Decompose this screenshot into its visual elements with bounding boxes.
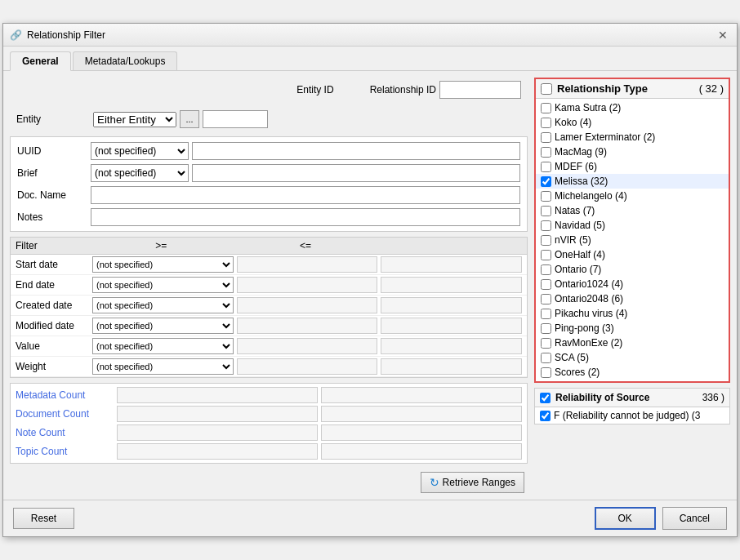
rtype-label-2: Lamer Exterminator (2)	[555, 131, 655, 143]
filter-modifieddate-lte[interactable]	[381, 318, 522, 334]
docname-input[interactable]	[91, 186, 520, 204]
cancel-button[interactable]: Cancel	[662, 507, 727, 530]
filter-modifieddate-dropdown[interactable]: (not specified)	[92, 318, 234, 334]
relationship-type-master-checkbox[interactable]	[541, 83, 552, 95]
rtype-checkbox-14[interactable]	[541, 309, 551, 319]
rtype-checkbox-18[interactable]	[541, 367, 551, 378]
rtype-label-6: Michelangelo (4)	[555, 190, 627, 202]
document-count-lte[interactable]	[321, 406, 522, 422]
filter-enddate-gte[interactable]	[237, 277, 378, 293]
bottom-right-buttons: OK Cancel	[595, 507, 727, 530]
rtype-label-9: nVIR (5)	[555, 234, 591, 246]
topic-count-label: Topic Count	[16, 446, 114, 457]
entity-browse-button[interactable]: ...	[180, 110, 199, 128]
brief-dropdown[interactable]: (not specified)	[91, 164, 189, 182]
rtype-checkbox-9[interactable]	[541, 235, 551, 246]
filter-weight-row: Weight (not specified)	[11, 357, 527, 377]
fields-group: UUID (not specified) Brief (not specifie…	[10, 136, 528, 232]
relationship-type-title: Relationship Type	[557, 82, 694, 95]
document-count-label: Document Count	[16, 408, 114, 420]
filter-value-label: Value	[16, 340, 89, 352]
uuid-dropdown[interactable]: (not specified)	[91, 142, 189, 160]
filter-weight-dropdown[interactable]: (not specified)	[92, 358, 234, 375]
close-button[interactable]: ✕	[715, 28, 730, 42]
list-item: MacMag (9)	[536, 144, 729, 159]
filter-value-lte[interactable]	[381, 338, 522, 354]
list-item: Ontario (7)	[536, 262, 729, 277]
filter-value-gte[interactable]	[237, 338, 378, 354]
relationship-type-header: Relationship Type ( 32 )	[536, 79, 729, 99]
filter-startdate-lte[interactable]	[381, 256, 522, 273]
list-item: Pikachu virus (4)	[536, 306, 729, 321]
list-item: Navidad (5)	[536, 218, 729, 233]
rtype-checkbox-10[interactable]	[541, 250, 551, 260]
counts-section: Metadata Count Document Count Note Count…	[10, 383, 528, 464]
reliability-checkbox-0[interactable]	[540, 411, 551, 421]
rtype-checkbox-0[interactable]	[541, 103, 551, 113]
topic-count-gte[interactable]	[117, 443, 318, 460]
metadata-count-gte[interactable]	[117, 387, 318, 403]
rtype-checkbox-11[interactable]	[541, 264, 551, 275]
filter-weight-lte[interactable]	[381, 358, 522, 375]
rtype-checkbox-17[interactable]	[541, 353, 551, 363]
rtype-checkbox-15[interactable]	[541, 323, 551, 334]
document-count-gte[interactable]	[117, 406, 318, 422]
rtype-label-18: Scores (2)	[555, 367, 600, 378]
filter-createddate-gte[interactable]	[237, 297, 378, 313]
rtype-checkbox-8[interactable]	[541, 220, 551, 231]
retrieve-icon: ↻	[430, 476, 439, 489]
rtype-checkbox-7[interactable]	[541, 206, 551, 216]
entity-id-label: Entity ID	[296, 84, 333, 96]
list-item: Michelangelo (4)	[536, 189, 729, 203]
filter-value-row: Value (not specified)	[11, 336, 527, 357]
id-header-row: Entity ID Relationship ID	[10, 78, 528, 102]
right-panel: Relationship Type ( 32 ) Kama Sutra (2) …	[534, 78, 730, 493]
rtype-checkbox-16[interactable]	[541, 338, 551, 349]
ok-button[interactable]: OK	[595, 507, 656, 530]
tab-general[interactable]: General	[10, 51, 71, 71]
filter-enddate-dropdown[interactable]: (not specified)	[92, 277, 234, 293]
rtype-label-16: RavMonExe (2)	[555, 337, 622, 349]
reliability-master-checkbox[interactable]	[540, 393, 551, 403]
left-panel: Entity ID Relationship ID Entity Either …	[10, 78, 528, 493]
uuid-input[interactable]	[192, 142, 520, 160]
filter-createddate-dropdown[interactable]: (not specified)	[92, 297, 234, 313]
topic-count-lte[interactable]	[321, 443, 522, 460]
notes-input[interactable]	[91, 208, 520, 226]
rtype-checkbox-2[interactable]	[541, 132, 551, 143]
relationship-type-count: ( 32 )	[699, 82, 724, 95]
note-count-gte[interactable]	[117, 424, 318, 441]
rtype-checkbox-5[interactable]	[541, 176, 551, 187]
retrieve-ranges-button[interactable]: ↻ Retrieve Ranges	[421, 472, 524, 493]
filter-modifieddate-label: Modified date	[16, 320, 89, 331]
filter-startdate-row: Start date (not specified)	[11, 255, 527, 275]
filter-weight-gte[interactable]	[237, 358, 378, 375]
tab-metadata[interactable]: Metadata/Lookups	[73, 51, 178, 70]
filter-enddate-lte[interactable]	[381, 277, 522, 293]
note-count-lte[interactable]	[321, 424, 522, 441]
rtype-checkbox-3[interactable]	[541, 147, 551, 158]
rtype-checkbox-1[interactable]	[541, 118, 551, 128]
entity-id-input[interactable]	[203, 110, 268, 128]
filter-modifieddate-gte[interactable]	[237, 318, 378, 334]
window-icon: 🔗	[10, 29, 22, 41]
reset-button[interactable]: Reset	[13, 508, 74, 529]
entity-id-area: Entity ID Relationship ID	[296, 81, 521, 99]
rtype-checkbox-4[interactable]	[541, 162, 551, 172]
list-item: Scores (2)	[536, 365, 729, 380]
brief-input[interactable]	[192, 164, 520, 182]
metadata-count-lte[interactable]	[321, 387, 522, 403]
list-item: Lamer Exterminator (2)	[536, 130, 729, 144]
filter-createddate-lte[interactable]	[381, 297, 522, 313]
rtype-checkbox-6[interactable]	[541, 191, 551, 202]
filter-section: Filter >= <= Start date (not specified) …	[10, 237, 528, 378]
filter-startdate-gte[interactable]	[237, 256, 378, 273]
filter-enddate-row: End date (not specified)	[11, 275, 527, 296]
rtype-label-5: Melissa (32)	[555, 176, 608, 187]
rtype-checkbox-13[interactable]	[541, 294, 551, 304]
relationship-id-input[interactable]	[439, 81, 521, 99]
rtype-checkbox-12[interactable]	[541, 279, 551, 290]
filter-startdate-dropdown[interactable]: (not specified)	[92, 256, 234, 273]
filter-value-dropdown[interactable]: (not specified)	[92, 338, 234, 354]
entity-dropdown[interactable]: Either Entity Source Entity Target Entit…	[93, 112, 176, 127]
